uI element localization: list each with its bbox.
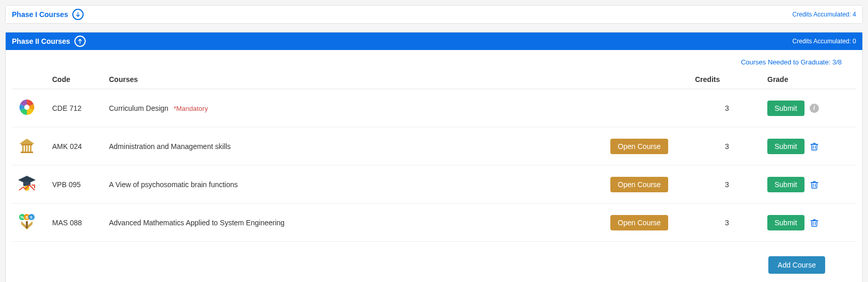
open-course-cell	[588, 89, 691, 127]
course-icon-cell	[12, 165, 48, 204]
header-code: Code	[48, 70, 105, 89]
mandatory-tag: *Mandatory	[173, 105, 208, 112]
course-code: CDE 712	[48, 89, 105, 127]
course-name-cell: A View of psychosomatic brain functions	[105, 165, 588, 204]
phase2-title-group: Phase II Courses	[12, 36, 86, 47]
phase2-panel: Phase II Courses Credits Accumulated: 0 …	[5, 32, 863, 282]
phase1-header[interactable]: Phase I Courses Credits Accumulated: 4	[6, 6, 862, 23]
submit-button[interactable]: Submit	[767, 177, 804, 192]
open-course-cell: Open Course	[588, 204, 691, 242]
phase2-credits: Credits Accumulated: 0	[793, 38, 856, 45]
header-grade: Grade	[763, 70, 856, 89]
grade-cell: Submit	[763, 204, 856, 242]
courses-table: Code Courses Credits Grade CDE 712Curric…	[12, 70, 856, 242]
course-credits: 3	[691, 127, 763, 165]
course-code: VPB 095	[48, 165, 105, 204]
phase2-header[interactable]: Phase II Courses Credits Accumulated: 0	[6, 32, 862, 50]
course-name-cell: Curriculum Design*Mandatory	[105, 89, 588, 127]
open-course-button[interactable]: Open Course	[610, 139, 668, 154]
grade-cell: Submiti	[763, 89, 856, 127]
course-name-cell: Administration and Management skills	[105, 127, 588, 165]
design-icon	[16, 96, 38, 118]
math-icon	[16, 211, 38, 233]
grade-cell: Submit	[763, 165, 856, 204]
graduation-icon	[16, 173, 38, 194]
submit-button[interactable]: Submit	[767, 139, 804, 154]
building-icon	[16, 135, 38, 156]
phase1-panel: Phase I Courses Credits Accumulated: 4	[5, 5, 863, 24]
grade-cell: Submit	[763, 127, 856, 165]
open-course-button[interactable]: Open Course	[610, 177, 668, 192]
phase1-title: Phase I Courses	[12, 10, 68, 19]
courses-needed-label: Courses Needed to Graduate: 3/8	[12, 50, 856, 70]
trash-icon[interactable]	[810, 142, 819, 151]
course-name: Advanced Mathematics Applied to System E…	[109, 219, 285, 227]
table-row: VPB 095A View of psychosomatic brain fun…	[12, 165, 856, 204]
submit-button[interactable]: Submit	[767, 101, 804, 116]
course-code: AMK 024	[48, 127, 105, 165]
header-courses: Courses	[105, 70, 588, 89]
table-row: CDE 712Curriculum Design*Mandatory3Submi…	[12, 89, 856, 127]
course-icon-cell	[12, 127, 48, 165]
add-course-button[interactable]: Add Course	[768, 256, 825, 274]
trash-icon[interactable]	[810, 180, 819, 189]
table-row: AMK 024Administration and Management ski…	[12, 127, 856, 165]
info-icon[interactable]: i	[810, 104, 819, 113]
course-name: Administration and Management skills	[109, 142, 231, 151]
header-credits: Credits	[691, 70, 763, 89]
course-credits: 3	[691, 89, 763, 127]
course-icon-cell	[12, 89, 48, 127]
phase1-credits: Credits Accumulated: 4	[793, 11, 856, 18]
course-credits: 3	[691, 204, 763, 242]
course-name-cell: Advanced Mathematics Applied to System E…	[105, 204, 588, 242]
course-name: Curriculum Design	[109, 104, 168, 112]
course-code: MAS 088	[48, 204, 105, 242]
header-open	[588, 70, 691, 89]
phase1-title-group: Phase I Courses	[12, 9, 84, 20]
open-course-cell: Open Course	[588, 127, 691, 165]
course-icon-cell	[12, 204, 48, 242]
open-course-button[interactable]: Open Course	[610, 215, 668, 230]
expand-icon[interactable]	[72, 9, 84, 20]
collapse-icon[interactable]	[74, 36, 86, 47]
submit-button[interactable]: Submit	[767, 215, 804, 230]
header-icon	[12, 70, 48, 89]
course-credits: 3	[691, 165, 763, 204]
open-course-cell: Open Course	[588, 165, 691, 204]
trash-icon[interactable]	[810, 218, 819, 227]
phase2-title: Phase II Courses	[12, 37, 70, 45]
phase2-body: Courses Needed to Graduate: 3/8 Code Cou…	[6, 50, 862, 282]
table-row: MAS 088Advanced Mathematics Applied to S…	[12, 204, 856, 242]
course-name: A View of psychosomatic brain functions	[109, 180, 238, 189]
